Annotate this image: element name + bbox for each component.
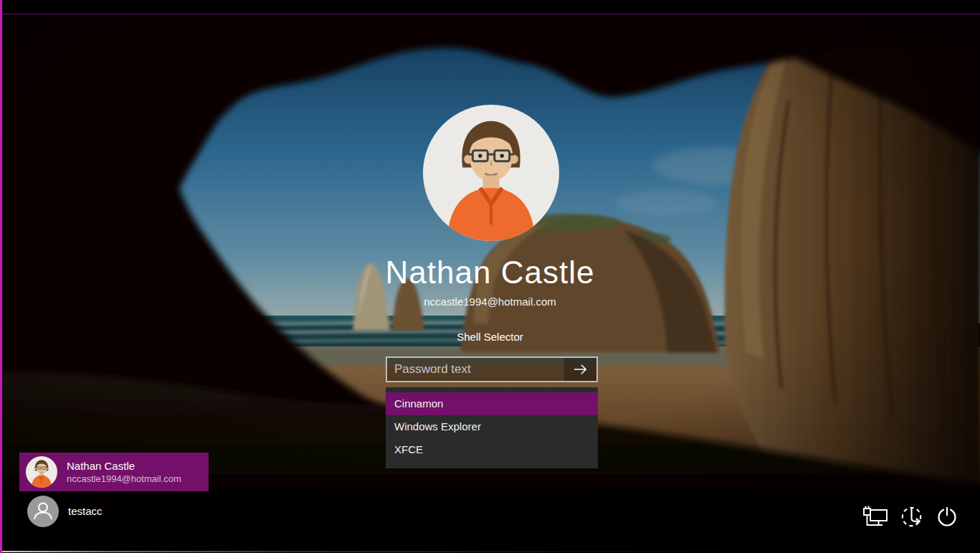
lock-screen: Nathan Castle nccastle1994@hotmail.com S… (0, 0, 980, 553)
user-tile-nathan-castle[interactable]: Nathan Castle nccastle1994@hotmail.com (19, 453, 209, 491)
person-icon (27, 496, 59, 527)
shell-option-windows-explorer[interactable]: Windows Explorer (386, 415, 598, 438)
user-tile-name: testacc (68, 505, 103, 517)
user-avatar-large (423, 105, 559, 241)
user-tile-email: nccastle1994@hotmail.com (67, 473, 181, 485)
user-email: nccastle1994@hotmail.com (0, 296, 980, 308)
password-input[interactable] (387, 358, 564, 381)
shell-option-xfce[interactable]: XFCE (386, 438, 598, 461)
ease-of-access-icon (900, 505, 923, 529)
window-frame-bottom-edge (0, 551, 980, 552)
shell-option-cinnamon[interactable]: Cinnamon (386, 392, 598, 415)
user-avatar-small (26, 456, 57, 488)
power-icon (935, 504, 959, 529)
ease-of-access-button[interactable] (898, 502, 925, 531)
user-tile-testacc[interactable]: testacc (19, 494, 209, 528)
user-photo-icon (26, 456, 57, 488)
user-tile-name: Nathan Castle (67, 459, 181, 473)
shell-dropdown: Cinnamon Windows Explorer XFCE (386, 387, 598, 468)
system-tray (862, 501, 961, 532)
password-submit-button[interactable] (564, 358, 596, 381)
user-placeholder-avatar (27, 496, 59, 527)
network-button[interactable] (862, 502, 889, 531)
user-photo-icon (423, 105, 559, 241)
shell-selector-label: Shell Selector (0, 331, 980, 343)
window-frame-left-border (0, 0, 2, 553)
network-icon (862, 504, 888, 529)
power-button[interactable] (933, 502, 961, 531)
window-frame-top-bar (0, 0, 980, 14)
user-display-name: Nathan Castle (0, 252, 980, 293)
arrow-right-icon (573, 363, 589, 376)
password-field-group (386, 356, 598, 382)
